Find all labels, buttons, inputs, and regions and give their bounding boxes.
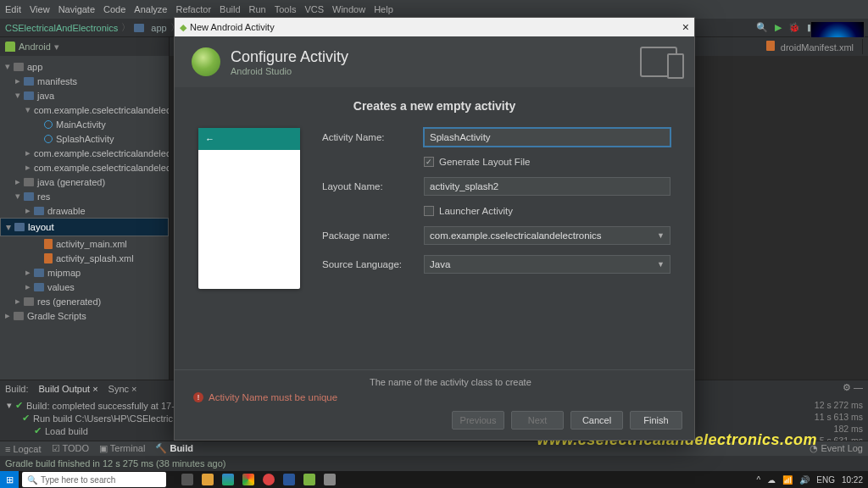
gear-icon[interactable]: ⚙ — [843,382,863,393]
menu-refactor[interactable]: Refactor [175,4,211,14]
sidebar-header[interactable]: Android ▾ [0,37,169,56]
tree-node[interactable]: ▸com.example.cselectricalandelectronics [0,160,169,175]
close-icon[interactable]: × [682,20,689,34]
search-icon: 🔍 [27,475,37,485]
launcher-activity-checkbox[interactable] [424,206,434,216]
finish-button[interactable]: Finish [630,411,682,430]
menu-analyze[interactable]: Analyze [134,4,167,14]
androidstudio-icon[interactable] [303,474,315,485]
tool-eventlog[interactable]: ◔ Event Log [810,443,863,454]
tab-build-output[interactable]: Build Output × [39,384,98,394]
generate-layout-checkbox[interactable]: ✓ [424,157,434,167]
menu-help[interactable]: Help [374,4,393,14]
android-studio-icon [192,47,220,76]
tree-node[interactable]: ▸Gradle Scripts [0,308,169,323]
tray-cloud-icon[interactable]: ☁ [767,475,776,485]
android-icon [5,42,15,52]
layout-name-input[interactable] [424,177,670,196]
crumb-app[interactable]: app [151,23,166,33]
next-button[interactable]: Next [511,411,564,430]
tray-up-icon[interactable]: ^ [757,475,761,485]
tree-node[interactable]: ▾java [0,88,169,103]
tree-node[interactable]: ▾res [0,189,169,203]
menu-navigate[interactable]: Navigate [58,4,95,14]
source-language-select[interactable]: Java ▼ [424,255,670,274]
crumb-project[interactable]: CSElectricalAndElectronics [5,23,118,33]
generate-layout-label: Generate Layout File [439,157,530,167]
tree-node[interactable]: ▸values [0,280,169,294]
chrome-icon[interactable] [242,474,254,485]
tool-logcat[interactable]: ≡ Logcat [5,444,42,454]
cancel-button[interactable]: Cancel [570,411,623,430]
menu-build[interactable]: Build [220,4,240,14]
tree-node[interactable]: ▾com.example.cselectricalandelectronics [0,103,169,117]
menu-window[interactable]: Window [332,4,365,14]
chevron-down-icon: ▼ [657,231,665,240]
tree-node[interactable]: ▾app [0,59,169,74]
tool-terminal[interactable]: ▣ Terminal [99,443,145,454]
label-package-name: Package name: [322,230,424,241]
toolbar-debug-icon[interactable]: 🐞 [788,22,800,33]
menu-tools[interactable]: Tools [275,4,297,14]
devices-icon [640,47,677,77]
toolbar-run-icon[interactable]: ▶ [775,22,782,33]
dialog-hint: The name of the activity class to create [370,377,682,387]
editor-tab-label: droidManifest.xml [781,42,854,53]
explorer-icon[interactable] [202,474,214,485]
app-icon[interactable] [324,474,336,485]
tree-node[interactable]: ▾layout [0,218,169,236]
word-icon[interactable] [283,474,295,485]
label-source-language: Source Language: [322,259,424,269]
tree-node[interactable]: activity_splash.xml [0,251,169,265]
tray-volume-icon[interactable]: 🔊 [799,475,810,485]
tool-build[interactable]: 🔨 Build [155,443,193,454]
tree-node[interactable]: MainActivity [0,117,169,131]
tree-node[interactable]: ▸com.example.cselectricalandelectronics [0,146,169,160]
dialog-window-title: New Android Activity [190,22,275,32]
tree-node[interactable]: ▸mipmap [0,265,169,280]
dialog-header: Configure Activity Android Studio [175,36,694,87]
editor-tab-manifest[interactable]: droidManifest.xml [758,39,863,54]
activity-preview: ← [198,128,300,289]
taskview-icon[interactable] [181,474,193,485]
tray-wifi-icon[interactable]: 📶 [782,475,793,485]
tree-node[interactable]: ▸manifests [0,74,169,88]
dropdown-icon[interactable]: ▾ [54,42,59,53]
error-icon: ! [193,392,203,402]
android-icon: ◆ [180,22,186,33]
dialog-heading: Creates a new empty activity [198,99,670,113]
menu-bar: Edit View Navigate Code Analyze Refactor… [0,0,868,19]
dialog-subtitle: Android Studio [231,66,348,76]
tool-todo[interactable]: ☑ TODO [52,443,89,454]
tree-node[interactable]: ▸java (generated) [0,175,169,189]
tree-node[interactable]: ▸res (generated) [0,294,169,308]
label-activity-name: Activity Name: [322,132,424,142]
tree-node[interactable]: ▸drawable [0,203,169,218]
sidebar-title: Android [19,42,51,52]
windows-start-button[interactable]: ⊞ [0,471,19,488]
back-arrow-icon: ← [205,134,214,144]
build-label: Build: [5,384,29,394]
activity-name-input[interactable] [424,128,670,147]
menu-view[interactable]: View [30,4,50,14]
menu-run[interactable]: Run [249,4,266,14]
package-name-select[interactable]: com.example.cselectricalandelectronics ▼ [424,226,670,245]
taskbar-search[interactable]: 🔍 Type here to search [22,472,166,487]
tab-sync[interactable]: Sync × [108,384,137,394]
previous-button[interactable]: Previous [452,411,504,430]
project-tree: ▾app▸manifests▾java▾com.example.cselectr… [0,56,169,326]
new-activity-dialog: ◆ New Android Activity × Configure Activ… [174,17,695,441]
package-name-value: com.example.cselectricalandelectronics [430,230,602,241]
menu-code[interactable]: Code [103,4,125,14]
tray-lang[interactable]: ENG [816,475,835,485]
tree-node[interactable]: activity_main.xml [0,236,169,251]
edge-icon[interactable] [222,474,234,485]
system-tray: ^ ☁ 📶 🔊 ENG 10:22 [757,475,868,485]
tray-clock[interactable]: 10:22 [842,475,863,485]
toolbar-search-icon[interactable]: 🔍 [756,22,768,33]
menu-edit[interactable]: Edit [5,4,21,14]
opera-icon[interactable] [263,474,275,485]
menu-vcs[interactable]: VCS [304,4,324,14]
tree-node[interactable]: SplashActivity [0,131,169,146]
search-placeholder: Type here to search [41,475,115,485]
